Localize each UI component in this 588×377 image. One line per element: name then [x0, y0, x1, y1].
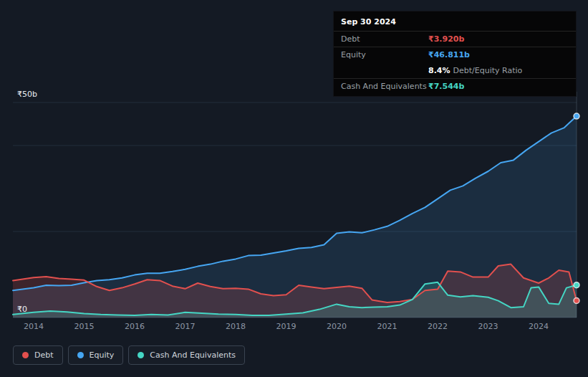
equity-legend-dot-icon	[77, 352, 84, 358]
tooltip-row-cash: Cash And Equivalents ₹7.544b	[334, 78, 576, 96]
x-axis-label-2014: 2014	[24, 322, 44, 331]
tooltip-debt-label: Debt	[341, 34, 428, 44]
series-endpoint-debt	[574, 298, 579, 304]
tooltip-row-debt: Debt ₹3.920b	[334, 31, 576, 47]
tooltip-cash-label: Cash And Equivalents	[341, 82, 428, 91]
legend-item-equity[interactable]: Equity	[68, 345, 124, 365]
x-axis-label-2022: 2022	[428, 322, 448, 331]
tooltip-ratio-value: 8.4%	[428, 66, 450, 75]
legend-label: Debt	[34, 350, 54, 360]
x-axis-label-2017: 2017	[175, 322, 196, 331]
cash-and-equivalents-legend-dot-icon	[138, 352, 144, 358]
tooltip: Sep 30 2024 Debt ₹3.920b Equity ₹46.811b…	[333, 11, 577, 97]
series-endpoint-cash-and-equivalents	[574, 282, 579, 288]
tooltip-equity-value: ₹46.811b	[428, 50, 470, 59]
tooltip-ratio: 8.4%Debt/Equity Ratio	[428, 66, 522, 75]
debt-legend-dot-icon	[22, 352, 29, 358]
legend-label: Equity	[90, 350, 115, 360]
legend-item-debt[interactable]: Debt	[13, 345, 63, 365]
tooltip-date: Sep 30 2024	[334, 11, 576, 31]
chart-area: 2014201520162017201820192020202120222023…	[0, 0, 588, 377]
tooltip-equity-label: Equity	[341, 50, 428, 59]
legend-item-cash-and-equivalents[interactable]: Cash And Equivalents	[128, 345, 245, 365]
x-axis-label-2019: 2019	[276, 322, 297, 331]
legend-label: Cash And Equivalents	[150, 350, 236, 360]
debt-equity-history-panel: { "colors": { "debt": "#e2504e", "equity…	[0, 0, 588, 377]
legend: DebtEquityCash And Equivalents	[13, 345, 245, 365]
x-axis-label-2020: 2020	[327, 322, 347, 331]
tooltip-row-ratio: 8.4%Debt/Equity Ratio	[334, 63, 576, 78]
series-endpoint-equity	[574, 113, 579, 119]
x-axis-label-2024: 2024	[529, 322, 549, 331]
x-axis-label-2023: 2023	[478, 322, 498, 331]
x-axis-label-2015: 2015	[74, 322, 94, 331]
tooltip-cash-value: ₹7.544b	[428, 82, 464, 91]
tooltip-row-equity: Equity ₹46.811b	[334, 47, 576, 62]
tooltip-debt-value: ₹3.920b	[428, 34, 464, 44]
x-axis-label-2021: 2021	[377, 322, 397, 331]
x-axis-label-2018: 2018	[226, 322, 246, 331]
y-axis-label--0: ₹0	[17, 305, 27, 314]
x-axis-label-2016: 2016	[125, 322, 145, 331]
tooltip-ratio-label: Debt/Equity Ratio	[453, 66, 523, 75]
y-axis-label--50b: ₹50b	[17, 90, 37, 99]
